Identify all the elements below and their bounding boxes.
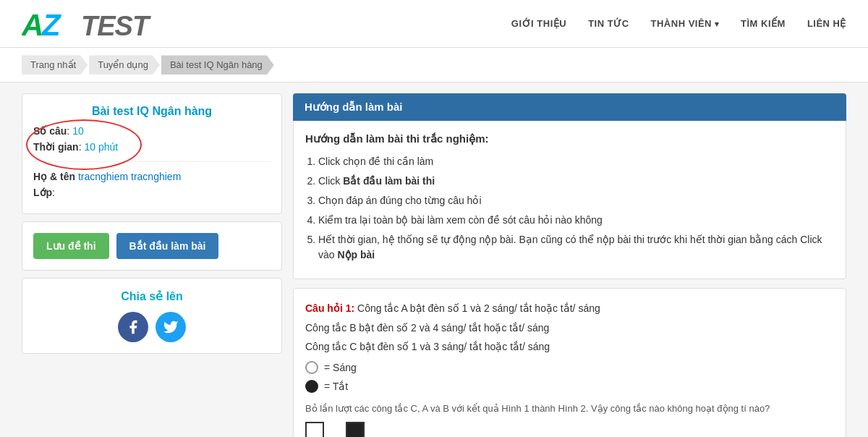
guide-header: Hướng dẫn làm bài — [293, 93, 846, 121]
option-sang-label: = Sáng — [324, 362, 357, 373]
guide-step-5-text: Hết thời gian, hệ thống sẽ tự động nộp b… — [318, 234, 822, 260]
logo: A Z TEST — [22, 7, 168, 40]
small-squares — [305, 422, 834, 437]
ho-ten-row: Họ & tên tracnghiem tracnghiem — [33, 171, 271, 182]
svg-text:Z: Z — [41, 8, 61, 40]
facebook-icon[interactable] — [118, 312, 148, 342]
share-title: Chia sẻ lên — [33, 289, 271, 303]
guide-step-5: Hết thời gian, hệ thống sẽ tự động nộp b… — [318, 232, 834, 263]
svg-text:TEST: TEST — [81, 11, 151, 40]
guide-step-1: Click chọn đề thi cần làm — [318, 154, 834, 169]
save-button[interactable]: Lưu đề thi — [33, 233, 109, 259]
logo-az: A Z — [22, 7, 80, 40]
test-title: Bài test IQ Ngân hàng — [33, 105, 271, 118]
guide-step-3: Chọn đáp án đúng cho từng câu hỏi — [318, 193, 834, 208]
so-cau-value: 10 — [72, 125, 84, 137]
sub-question-text: Bỏ lần lượt các công tắc C, A và B với k… — [305, 403, 770, 414]
breadcrumb-tuyen-dung[interactable]: Tuyển dụng — [89, 55, 160, 75]
question-image-area: Bỏ lần lượt các công tắc C, A và B với k… — [305, 402, 834, 437]
option-sang: = Sáng — [305, 361, 834, 374]
main-container: Bài test IQ Ngân hàng Số câu: 10 Thời gi… — [0, 82, 868, 437]
radio-sang[interactable] — [305, 361, 318, 374]
guide-step-5-bold: Nộp bài — [337, 249, 375, 260]
option-tat-label: = Tắt — [324, 381, 348, 392]
question-text-3: Công tắc C bật đèn số 1 và 3 sáng/ tắt h… — [305, 339, 834, 355]
social-icons — [33, 312, 271, 342]
nav-thanh-vien[interactable]: THÀNH VIÊN — [651, 18, 720, 29]
thoi-gian-value: 10 phút — [84, 141, 118, 153]
so-cau-row: Số câu: 10 — [33, 125, 271, 137]
question-text-2: Công tắc B bật đèn số 2 và 4 sáng/ tắt h… — [305, 320, 834, 336]
twitter-icon[interactable] — [156, 312, 186, 342]
guide-body: Hướng dẫn làm bài thi trắc nghiệm: Click… — [293, 121, 846, 279]
guide-step-4: Kiểm tra lại toàn bộ bài làm xem còn đề … — [318, 213, 834, 228]
nav-tim-kiem[interactable]: TÌM KIẾM — [741, 18, 786, 29]
guide-step-2-bold: Bắt đầu làm bài thi — [343, 175, 435, 187]
ho-ten-label: Họ & tên — [33, 171, 75, 182]
thoi-gian-label: Thời gian — [33, 141, 79, 153]
thoi-gian-row: Thời gian: 10 phút — [33, 141, 271, 153]
start-button[interactable]: Bắt đầu làm bài — [116, 233, 219, 259]
right-panel: Hướng dẫn làm bài Hướng dẫn làm bài thi … — [293, 93, 846, 437]
svg-text:A: A — [22, 8, 42, 40]
nav-gioi-thieu[interactable]: GIỚI THIỆU — [511, 18, 566, 29]
breadcrumb-trang-nhat[interactable]: Trang nhất — [22, 55, 88, 75]
question-label: Câu hỏi 1: — [305, 302, 354, 314]
header: A Z TEST GIỚI THIỆU TIN TỨC THÀNH VIÊN T… — [0, 0, 868, 48]
ho-ten-value[interactable]: tracnghiem tracnghiem — [78, 171, 181, 182]
guide-list: Click chọn đề thi cần làm Click Bắt đầu … — [305, 154, 834, 263]
lop-row: Lớp: — [33, 187, 271, 198]
question-content-1: Công tắc A bật đèn số 1 và 2 sáng/ tắt h… — [357, 302, 600, 314]
square-empty — [305, 422, 324, 437]
square-filled — [346, 422, 365, 437]
option-tat: = Tắt — [305, 380, 834, 393]
nav-tin-tuc[interactable]: TIN TỨC — [588, 18, 629, 29]
radio-tat[interactable] — [305, 380, 318, 393]
so-cau-label: Số câu — [33, 125, 67, 137]
info-box: Bài test IQ Ngân hàng Số câu: 10 Thời gi… — [22, 93, 282, 214]
question-text-1: Câu hỏi 1: Công tắc A bật đèn số 1 và 2 … — [305, 300, 834, 316]
nav-menu: GIỚI THIỆU TIN TỨC THÀNH VIÊN TÌM KIẾM L… — [511, 18, 846, 29]
left-panel: Bài test IQ Ngân hàng Số câu: 10 Thời gi… — [22, 93, 282, 437]
share-box: Chia sẻ lên — [22, 278, 282, 354]
question-box: Câu hỏi 1: Công tắc A bật đèn số 1 và 2 … — [293, 288, 846, 437]
guide-step-2: Click Bắt đầu làm bài thi — [318, 174, 834, 189]
guide-subtitle: Hướng dẫn làm bài thi trắc nghiệm: — [305, 132, 834, 145]
breadcrumb: Trang nhất Tuyển dụng Bài test IQ Ngân h… — [0, 48, 868, 82]
logo-test: TEST — [81, 7, 168, 40]
buttons-box: Lưu đề thi Bắt đầu làm bài — [22, 221, 282, 271]
nav-lien-he[interactable]: LIÊN HỆ — [807, 18, 846, 29]
lop-label: Lớp — [33, 187, 52, 198]
breadcrumb-bai-test[interactable]: Bài test IQ Ngân hàng — [161, 55, 274, 75]
